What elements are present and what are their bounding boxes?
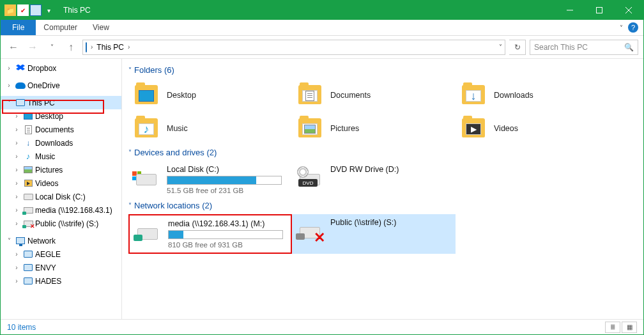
sidebar-item-videos[interactable]: ›Videos (1, 176, 121, 190)
sidebar-item-documents[interactable]: ›Documents (1, 123, 121, 136)
netdrive-media[interactable]: media (\\192.168.43.1) (M:) 810 GB free … (128, 214, 292, 254)
sidebar-item-network[interactable]: ˅Network (1, 234, 121, 247)
group-folders[interactable]: ˅Folders (6) (128, 65, 637, 75)
folder-icon: ↓ (459, 82, 487, 108)
item-label: Downloads (494, 91, 533, 100)
computer-tab[interactable]: Computer (36, 20, 85, 35)
item-label: Documents (330, 91, 371, 100)
music-icon (22, 152, 34, 162)
back-button[interactable]: ← (6, 40, 21, 55)
sidebar-label: Videos (35, 179, 58, 188)
search-input[interactable]: Search This PC 🔍 (530, 40, 638, 55)
navigation-pane[interactable]: ›Dropbox ›OneDrive ˅This PC ›Desktop ›Do… (1, 59, 122, 319)
item-label: Music (167, 124, 188, 133)
group-label: Folders (6) (134, 65, 174, 75)
sidebar-item-dropbox[interactable]: ›Dropbox (1, 61, 121, 75)
sidebar-label: Music (35, 152, 55, 161)
address-bar[interactable]: › This PC › ˅ (82, 40, 505, 55)
refresh-button[interactable]: ↻ (509, 40, 526, 55)
sidebar-item-public[interactable]: ›Public (\\strife) (S:) (1, 217, 121, 230)
sidebar-item-thispc[interactable]: ˅This PC (1, 96, 121, 109)
sidebar-item-media[interactable]: ›media (\\192.168.43.1) (1, 203, 121, 217)
sidebar-label: This PC (27, 98, 55, 107)
folder-pictures[interactable]: Pictures (292, 112, 456, 145)
group-network[interactable]: ˅Network locations (2) (128, 201, 637, 210)
chevron-right-icon[interactable]: › (91, 43, 93, 51)
qat-icon-3[interactable] (30, 4, 42, 16)
svg-rect-1 (597, 8, 602, 13)
drive-local-c[interactable]: Local Disk (C:) 51.5 GB free of 231 GB (128, 161, 292, 198)
sidebar-item-localdisk[interactable]: ›Local Disk (C:) (1, 190, 121, 203)
qat-icon-1[interactable]: 📁 (4, 4, 16, 16)
address-dropdown-icon[interactable]: ˅ (499, 43, 502, 51)
storage-bar (167, 176, 282, 185)
view-tab[interactable]: View (85, 20, 117, 35)
sidebar-label: Documents (35, 125, 74, 134)
storage-text: 810 GB free of 931 GB (168, 241, 283, 249)
sidebar-label: Public (\\strife) (S:) (35, 219, 98, 228)
sidebar-label: media (\\192.168.43.1) (35, 206, 112, 215)
sidebar-item-downloads[interactable]: ›Downloads (1, 136, 121, 150)
group-label: Devices and drives (2) (134, 148, 217, 157)
maximize-button[interactable] (585, 1, 614, 20)
sidebar-item-aegle[interactable]: ›AEGLE (1, 247, 121, 261)
folder-icon (132, 82, 160, 108)
qat-dropdown-icon[interactable]: ▾ (43, 4, 54, 16)
download-icon (22, 138, 34, 148)
group-label: Network locations (2) (134, 201, 212, 210)
sidebar-label: ENVY (35, 263, 56, 272)
ribbon-expand-icon[interactable]: ˅ (620, 24, 623, 31)
folder-icon (296, 82, 324, 108)
breadcrumb-thispc[interactable]: This PC (96, 43, 124, 52)
view-details-button[interactable]: ≣ (605, 322, 620, 333)
folder-icon (296, 116, 324, 141)
dvd-icon: DVD (296, 165, 324, 191)
item-label: Pictures (330, 124, 359, 133)
folder-music[interactable]: ♪ Music (128, 112, 292, 145)
help-button[interactable]: ? (628, 22, 638, 33)
sidebar-label: Dropbox (27, 64, 56, 73)
sidebar-item-pictures[interactable]: ›Pictures (1, 163, 121, 176)
sidebar-item-music[interactable]: ›Music (1, 150, 121, 163)
minimize-button[interactable] (555, 1, 585, 20)
file-tab[interactable]: File (1, 20, 36, 35)
search-icon[interactable]: 🔍 (624, 43, 634, 52)
drive-dvd-d[interactable]: DVD DVD RW Drive (D:) (292, 161, 456, 198)
sidebar-label: Downloads (35, 139, 73, 148)
sidebar-label: OneDrive (27, 81, 60, 90)
item-label: Desktop (167, 91, 196, 100)
folder-icon: ▶ (459, 116, 487, 141)
pc-icon (86, 43, 87, 52)
folder-desktop[interactable]: Desktop (128, 79, 292, 112)
chevron-right-icon[interactable]: › (128, 43, 130, 51)
up-button[interactable]: ↑ (63, 40, 79, 55)
qat-icon-2[interactable]: ✔ (17, 4, 29, 16)
sidebar-item-onedrive[interactable]: ›OneDrive (1, 79, 121, 92)
window-title: This PC (63, 6, 91, 15)
network-drive-icon (134, 219, 162, 245)
sidebar-item-envy[interactable]: ›ENVY (1, 261, 121, 274)
folder-downloads[interactable]: ↓ Downloads (456, 79, 619, 112)
folder-videos[interactable]: ▶ Videos (456, 112, 619, 145)
recent-locations-button[interactable]: ˅ (44, 40, 59, 55)
ribbon-tabs: File Computer View ˅ ? (1, 20, 643, 36)
sidebar-label: Desktop (35, 112, 63, 121)
titlebar[interactable]: 📁 ✔ ▾ This PC (1, 1, 643, 20)
item-label: media (\\192.168.43.1) (M:) (168, 219, 283, 228)
sidebar-label: Local Disk (C:) (35, 192, 86, 201)
folder-icon: ♪ (132, 116, 160, 141)
netdrive-public[interactable]: ✕ Public (\\strife) (S:) (292, 214, 456, 254)
sidebar-item-hades[interactable]: ›HADES (1, 274, 121, 288)
folder-documents[interactable]: Documents (292, 79, 456, 112)
sidebar-item-desktop[interactable]: ›Desktop (1, 109, 121, 123)
storage-text: 51.5 GB free of 231 GB (167, 187, 282, 194)
content-pane[interactable]: ˅Folders (6) Desktop Documents ↓ Downloa… (122, 59, 643, 319)
forward-button[interactable]: → (25, 40, 40, 55)
network-drive-disconnected-icon: ✕ (296, 218, 324, 244)
view-large-button[interactable]: ▦ (622, 322, 637, 333)
drive-icon (132, 165, 160, 191)
close-button[interactable] (614, 1, 643, 20)
status-text: 10 items (7, 323, 36, 332)
item-label: Local Disk (C:) (167, 165, 282, 174)
group-drives[interactable]: ˅Devices and drives (2) (128, 148, 637, 157)
